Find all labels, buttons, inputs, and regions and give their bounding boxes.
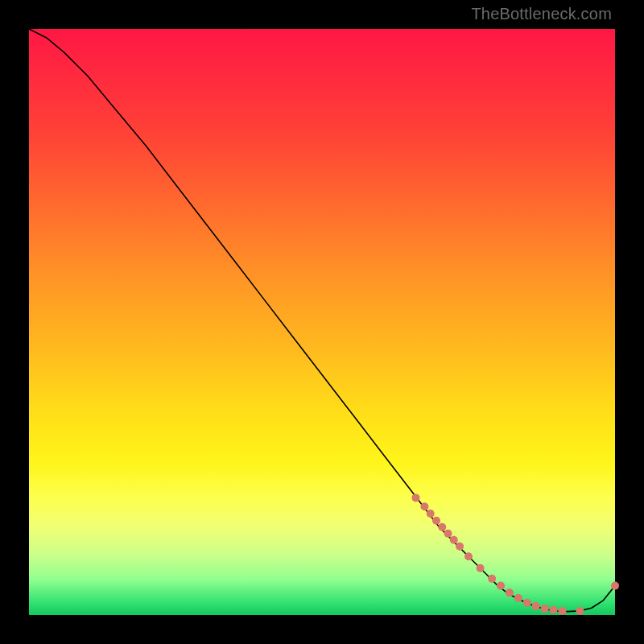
sample-dot xyxy=(523,599,531,607)
sample-dot xyxy=(411,493,419,502)
sample-dot xyxy=(432,517,440,525)
sample-dot xyxy=(464,552,473,560)
sample-dots-group xyxy=(411,493,619,615)
sample-dot xyxy=(450,536,458,544)
sample-dot xyxy=(541,605,549,613)
chart-frame: TheBottleneck.com xyxy=(0,0,644,644)
sample-dot xyxy=(506,588,514,597)
sample-dot xyxy=(558,607,566,615)
curve-svg xyxy=(29,29,615,615)
sample-dot xyxy=(497,582,505,590)
plot-area xyxy=(29,29,615,615)
sample-dot xyxy=(514,594,522,602)
sample-dot xyxy=(477,564,485,572)
sample-dot xyxy=(611,582,619,590)
sample-dot xyxy=(456,543,464,551)
sample-dot xyxy=(550,605,558,613)
sample-dot xyxy=(420,502,428,510)
watermark-text: TheBottleneck.com xyxy=(471,5,612,23)
sample-dot xyxy=(438,523,446,531)
sample-dot xyxy=(444,530,452,538)
sample-dot xyxy=(576,607,584,615)
sample-dot xyxy=(488,575,496,583)
bottleneck-curve xyxy=(29,29,615,612)
sample-dot xyxy=(427,510,435,518)
sample-dot xyxy=(532,602,540,610)
